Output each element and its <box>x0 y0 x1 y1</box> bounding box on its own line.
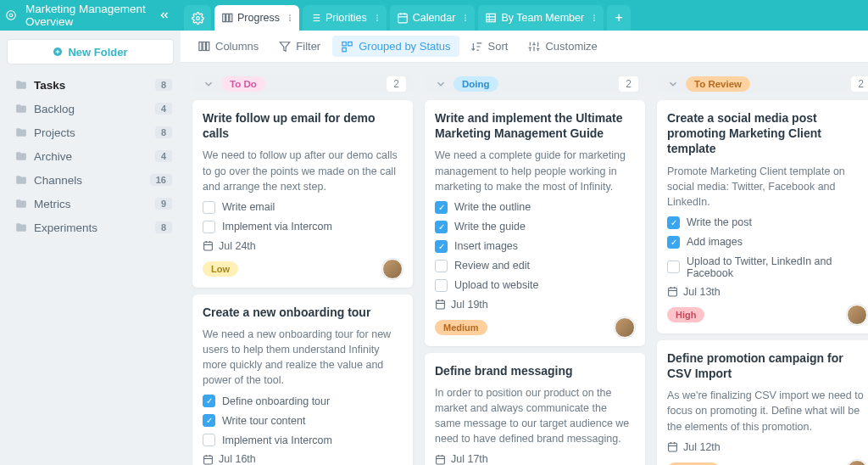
column-header: To Do2 <box>192 75 413 93</box>
view-tab[interactable]: Calendar <box>390 5 476 31</box>
checkbox[interactable] <box>203 221 215 233</box>
sidebar-collapse-button[interactable] <box>153 6 175 25</box>
checklist-item[interactable]: Upload to website <box>435 279 635 292</box>
status-pill: Doing <box>453 76 498 92</box>
card-date: Jul 16th <box>203 453 403 465</box>
tab-menu-icon[interactable] <box>284 12 294 24</box>
folder-row[interactable]: Backlog4 <box>0 97 181 120</box>
avatar[interactable] <box>382 259 403 279</box>
new-folder-button[interactable]: New Folder <box>7 39 174 64</box>
task-card[interactable]: Define brand messagingIn order to positi… <box>425 353 645 465</box>
checklist-item[interactable]: Implement via Intercom <box>203 221 403 233</box>
checklist-item[interactable]: Review and edit <box>435 260 635 272</box>
checklist-item[interactable]: Implement via Intercom <box>203 434 403 446</box>
list-icon <box>309 12 321 24</box>
svg-rect-38 <box>348 42 352 46</box>
board-column: Doing2Write and implement the Ultimate M… <box>425 75 645 453</box>
checklist-item[interactable]: ✓Write tour content <box>203 414 403 427</box>
checklist-item[interactable]: ✓Insert images <box>435 240 635 253</box>
tab-menu-icon[interactable] <box>588 12 598 24</box>
columns-button[interactable]: Columns <box>189 36 267 57</box>
checklist-item[interactable]: ✓Write the post <box>667 216 867 229</box>
sort-button[interactable]: Sort <box>463 36 517 57</box>
checklist-item[interactable]: ✓Add images <box>667 236 867 249</box>
checkbox[interactable]: ✓ <box>435 221 448 233</box>
checklist-item[interactable]: ✓Write the guide <box>435 221 635 233</box>
toolbar: Columns Filter Grouped by Status Sort Cu… <box>181 31 868 63</box>
folder-count: 8 <box>155 221 172 233</box>
card-footer: Low <box>203 259 403 279</box>
checkbox[interactable]: ✓ <box>203 414 215 427</box>
svg-rect-39 <box>342 48 346 51</box>
view-settings-button[interactable] <box>184 5 211 31</box>
checklist-item[interactable]: Upload to Twitter, LinkedIn and Facebook <box>667 255 867 279</box>
add-view-button[interactable]: + <box>607 5 631 31</box>
folder-row[interactable]: Projects8 <box>0 120 181 144</box>
checkbox[interactable] <box>435 279 448 292</box>
task-card[interactable]: Write follow up email for demo callsWe n… <box>192 100 413 288</box>
checkbox[interactable] <box>203 434 215 446</box>
svg-point-3 <box>196 16 199 20</box>
tab-menu-icon[interactable] <box>459 12 470 24</box>
chevron-down-icon[interactable] <box>199 75 218 93</box>
task-card[interactable]: Write and implement the Ultimate Marketi… <box>425 100 645 346</box>
tab-menu-icon[interactable] <box>371 12 381 24</box>
folder-row[interactable]: Archive4 <box>0 144 181 168</box>
checkbox[interactable]: ✓ <box>435 201 448 214</box>
svg-point-31 <box>593 17 595 19</box>
checkbox[interactable]: ✓ <box>435 240 448 253</box>
calendar-icon <box>203 240 214 251</box>
folder-icon <box>15 126 27 138</box>
column-count: 2 <box>851 76 868 92</box>
checklist-item[interactable]: ✓Write the outline <box>435 201 635 214</box>
checkbox[interactable] <box>667 261 680 273</box>
svg-rect-53 <box>204 456 213 464</box>
date-label: Jul 13th <box>683 286 721 298</box>
checkbox[interactable]: ✓ <box>667 216 680 229</box>
sidebar: Marketing Management Overview New Folder… <box>0 0 181 465</box>
folder-count: 8 <box>155 79 172 91</box>
folder-row[interactable]: Channels16 <box>0 168 181 192</box>
calendar-icon <box>667 286 678 297</box>
tab-label: Priorities <box>326 12 367 24</box>
customize-button[interactable]: Customize <box>520 36 605 57</box>
checkbox[interactable] <box>435 260 448 272</box>
checklist-item[interactable]: Write email <box>203 201 403 214</box>
card-description: We need a complete guide for marketing m… <box>435 148 635 193</box>
checklist-item[interactable]: ✓Define onboarding tour <box>203 395 403 407</box>
checklist-label: Upload to Twitter, LinkedIn and Facebook <box>687 255 867 279</box>
checkbox[interactable]: ✓ <box>667 236 680 249</box>
filter-button[interactable]: Filter <box>270 36 329 57</box>
table-icon <box>485 12 497 24</box>
folder-row[interactable]: Experiments8 <box>0 216 181 239</box>
task-card[interactable]: Create a new onboarding tourWe need a ne… <box>192 294 413 465</box>
view-tab[interactable]: Priorities <box>303 5 387 31</box>
svg-point-0 <box>7 11 16 20</box>
svg-rect-37 <box>342 42 346 46</box>
svg-point-30 <box>593 14 595 16</box>
checklist-label: Write tour content <box>222 415 305 427</box>
folder-row[interactable]: Metrics9 <box>0 192 181 216</box>
task-card[interactable]: Create a social media post promoting Mar… <box>657 100 868 333</box>
view-tab[interactable]: Progress <box>214 5 299 31</box>
avatar[interactable] <box>847 305 867 325</box>
avatar[interactable] <box>847 460 867 465</box>
chevron-down-icon[interactable] <box>431 75 450 93</box>
svg-rect-34 <box>203 42 205 51</box>
checkbox[interactable] <box>203 201 215 214</box>
task-card[interactable]: Define promotion campaign for CSV Import… <box>657 340 868 465</box>
checkbox[interactable]: ✓ <box>203 395 215 407</box>
folder-count: 8 <box>155 126 172 138</box>
folder-row[interactable]: Tasks8 <box>0 73 181 97</box>
avatar[interactable] <box>615 317 635 338</box>
workspace-icon <box>5 9 17 21</box>
view-tab[interactable]: By Team Member <box>478 5 604 31</box>
folder-label: Archive <box>34 150 155 163</box>
group-label: Grouped by Status <box>359 40 450 53</box>
tab-label: Calendar <box>413 12 456 24</box>
chevron-down-icon[interactable] <box>664 75 682 93</box>
group-button[interactable]: Grouped by Status <box>332 36 459 57</box>
new-folder-label: New Folder <box>68 46 127 59</box>
folder-count: 4 <box>155 150 172 162</box>
svg-rect-62 <box>437 456 445 464</box>
